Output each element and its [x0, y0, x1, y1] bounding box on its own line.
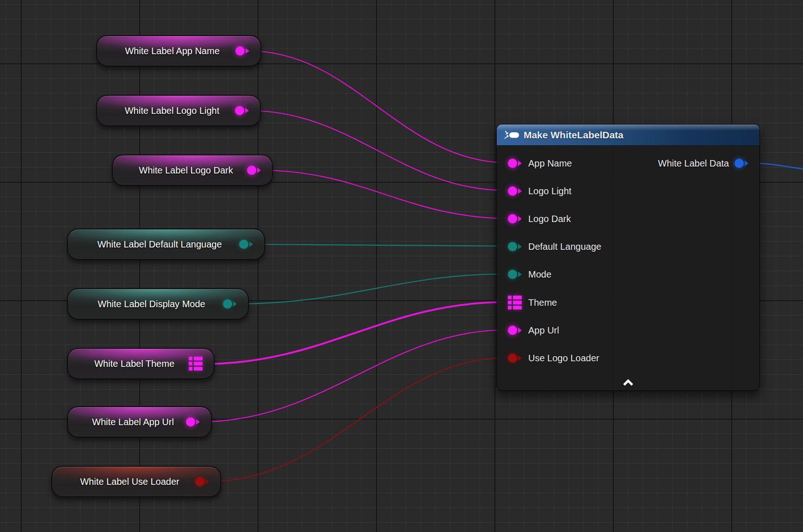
pin-circle	[239, 240, 248, 249]
wire-display-mode	[236, 274, 508, 304]
wire-default-language	[252, 244, 508, 246]
input-pin-bool[interactable]	[508, 353, 517, 363]
input-pin-row-logo-light[interactable]: Logo Light	[497, 182, 760, 200]
output-pin-string[interactable]	[186, 417, 200, 427]
pin-arrow-icon	[233, 301, 237, 307]
pin-arrow-icon	[518, 355, 522, 361]
variable-node-white-label-logo-dark[interactable]: White Label Logo Dark	[112, 155, 273, 186]
make-struct-icon: ↘↗	[503, 130, 519, 140]
input-pin-string[interactable]	[508, 326, 517, 335]
variable-node-label: White Label App Url	[80, 417, 186, 427]
input-pin-row-app-url[interactable]: App Url	[497, 321, 760, 340]
variable-node-label: White Label Theme	[80, 359, 189, 369]
variable-node-white-label-logo-light[interactable]: White Label Logo Light	[96, 95, 261, 126]
output-pin-enum[interactable]	[223, 299, 237, 309]
pin-arrow-icon	[205, 479, 209, 484]
pill-icon	[509, 132, 519, 138]
pin-arrow-icon	[245, 108, 249, 113]
variable-node-label: White Label Use Loader	[64, 476, 195, 487]
variable-node-white-label-display-mode[interactable]: White Label Display Mode	[67, 288, 249, 320]
pin-arrow-icon	[518, 188, 522, 194]
collapse-node-button[interactable]	[620, 378, 636, 387]
input-pin-string[interactable]	[508, 214, 517, 223]
pin-arrow-icon	[196, 419, 200, 425]
pin-label: Theme	[528, 297, 557, 308]
input-pin-row-logo-dark[interactable]: Logo Dark	[497, 210, 760, 228]
pin-arrow-icon	[249, 241, 253, 247]
wire-logo-dark	[260, 170, 508, 218]
pin-arrow-icon	[257, 167, 261, 173]
input-pin-row-use-logo-loader[interactable]: Use Logo Loader	[497, 349, 760, 367]
input-pin-enum[interactable]	[508, 242, 517, 251]
wire-app-name	[248, 51, 508, 163]
variable-node-label: White Label Display Mode	[80, 299, 223, 309]
variable-node-label: White Label Default Language	[80, 239, 239, 250]
variable-node-label: White Label Logo Dark	[125, 165, 247, 176]
pin-label: Default Language	[528, 241, 601, 252]
pin-label: Logo Dark	[528, 214, 571, 224]
pin-arrow-icon	[518, 272, 522, 277]
output-pin-string[interactable]	[235, 46, 249, 56]
variable-node-white-label-app-url[interactable]: White Label App Url	[67, 406, 212, 438]
pin-arrow-icon	[518, 244, 522, 249]
variable-node-white-label-theme[interactable]: White Label Theme	[67, 348, 215, 379]
pin-circle	[186, 417, 195, 427]
pin-arrow-icon	[745, 161, 748, 166]
struct-pin-icon	[189, 357, 203, 371]
make-whitelabeldata-node[interactable]: ↘↗ Make WhiteLabelData App Name Logo Lig…	[496, 124, 760, 391]
pin-arrow-icon	[518, 216, 522, 222]
variable-node-white-label-use-loader[interactable]: White Label Use Loader	[51, 466, 221, 497]
input-pin-string[interactable]	[508, 186, 517, 196]
pin-circle	[195, 477, 204, 486]
output-pin-row-white-label-data[interactable]: White Label Data	[497, 154, 760, 173]
pin-label: Logo Light	[528, 186, 571, 197]
pin-arrow-icon	[518, 328, 522, 333]
merge-arrows-icon: ↘↗	[503, 130, 508, 140]
output-pin-struct[interactable]	[735, 159, 744, 168]
struct-pin-icon[interactable]	[508, 296, 522, 309]
pin-label: App Url	[528, 325, 559, 336]
chevron-up-icon	[622, 379, 634, 386]
wire-app-url	[199, 330, 508, 422]
variable-node-label: White Label App Name	[109, 46, 235, 56]
pin-label: Mode	[528, 269, 551, 280]
node-title: Make WhiteLabelData	[524, 130, 624, 141]
wire-use-loader	[208, 358, 508, 482]
output-pin-enum[interactable]	[239, 240, 253, 249]
input-pin-enum[interactable]	[508, 270, 517, 279]
pin-circle	[235, 46, 245, 56]
output-pin-string[interactable]	[235, 106, 249, 115]
variable-node-label: White Label Logo Light	[109, 105, 235, 116]
pin-circle	[247, 166, 256, 175]
variable-node-white-label-default-language[interactable]: White Label Default Language	[67, 229, 265, 260]
pin-arrow-icon	[246, 48, 249, 54]
output-pin-bool[interactable]	[195, 477, 209, 486]
pin-label: White Label Data	[658, 158, 729, 169]
output-pin-struct[interactable]	[189, 357, 203, 371]
wire-logo-light	[248, 111, 508, 191]
input-pin-row-theme[interactable]: Theme	[497, 293, 760, 312]
pin-label: Use Logo Loader	[528, 353, 599, 364]
input-pin-row-mode[interactable]: Mode	[497, 265, 760, 284]
output-pin-string[interactable]	[247, 166, 261, 175]
pin-circle	[223, 299, 232, 309]
pin-circle	[235, 106, 244, 115]
input-pin-row-default-language[interactable]: Default Language	[497, 237, 760, 256]
node-header[interactable]: ↘↗ Make WhiteLabelData	[497, 124, 760, 146]
variable-node-white-label-app-name[interactable]: White Label App Name	[96, 35, 261, 67]
blueprint-graph-canvas[interactable]: White Label App Name White Label Logo Li…	[0, 0, 803, 532]
